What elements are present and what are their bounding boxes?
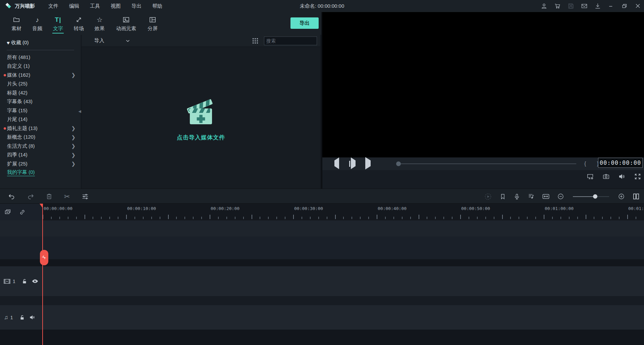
cart-icon[interactable] — [554, 3, 561, 9]
mute-speaker-icon[interactable] — [29, 314, 36, 321]
video-track-number: 1 — [13, 279, 15, 284]
audio-track-lane[interactable] — [0, 305, 644, 330]
fullscreen-icon[interactable] — [634, 173, 641, 180]
sidebar-item-custom[interactable]: 自定义 (1) — [0, 62, 81, 71]
preview-viewport[interactable] — [322, 12, 644, 157]
tab-media[interactable]: 素材 — [6, 12, 27, 35]
tab-elements[interactable]: 动画元素 — [110, 12, 142, 35]
sidebar-item-all[interactable]: 所有 (481) — [0, 53, 81, 62]
timeline-zoom-slider[interactable] — [573, 196, 609, 197]
account-icon[interactable] — [541, 3, 547, 9]
sidebar-item-wedding[interactable]: 婚礼主题 (13) ❯ — [0, 124, 81, 133]
menu-edit[interactable]: 编辑 — [69, 3, 79, 9]
add-track-button[interactable] — [4, 208, 11, 216]
mark-in-button[interactable]: { — [584, 161, 591, 166]
menu-export[interactable]: 导出 — [131, 3, 142, 9]
ruler-label: 00:00:00:00 — [44, 206, 72, 211]
lock-track-icon[interactable] — [21, 278, 28, 284]
split-scissors-button[interactable]: ✂ — [64, 193, 70, 201]
sidebar-item-titles[interactable]: 标题 (42) — [0, 88, 81, 97]
image-icon — [122, 15, 130, 23]
new-dot — [4, 127, 6, 130]
timeline-area: 00:00:00:00 00:00:10:00 00:00:20:00 00:0… — [0, 204, 644, 345]
timeline-empty-band-2[interactable] — [0, 236, 644, 259]
music-note-icon: ♪ — [36, 15, 39, 23]
link-clips-button[interactable] — [19, 209, 26, 216]
playhead-scissors-handle[interactable]: ✂ — [40, 250, 48, 265]
sidebar-item-endcredits[interactable]: 片尾 (14) — [0, 115, 81, 124]
menu-help[interactable]: 帮助 — [152, 3, 162, 9]
tab-audio[interactable]: ♪ 音频 — [27, 12, 48, 35]
timeline-gap — [0, 259, 644, 266]
favorites-item[interactable]: ♥ 收藏 (0) — [0, 35, 81, 49]
redo-button[interactable] — [27, 193, 34, 200]
sidebar-item-newconcept[interactable]: 新概念 (120) ❯ — [0, 133, 81, 142]
restore-button[interactable] — [621, 3, 628, 9]
close-button[interactable] — [635, 3, 641, 9]
display-settings-icon[interactable] — [587, 173, 594, 180]
track-manager-button[interactable] — [632, 193, 640, 200]
import-media-dropzone[interactable]: 点击导入媒体文件 — [82, 47, 320, 189]
chevron-right-icon: ❯ — [71, 72, 75, 78]
seek-knob[interactable] — [396, 161, 401, 166]
sidebar-collapse-arrow[interactable]: ◀ — [78, 109, 81, 114]
preview-seek-slider[interactable] — [397, 163, 576, 164]
timeline-empty-band[interactable] — [0, 220, 644, 236]
save-icon[interactable] — [568, 3, 574, 9]
zoom-in-button[interactable] — [618, 193, 625, 200]
download-icon[interactable] — [594, 3, 601, 9]
fit-timeline-button[interactable] — [542, 193, 550, 200]
playhead-line[interactable] — [42, 204, 43, 345]
minimize-button[interactable] — [608, 3, 614, 9]
marker-button[interactable] — [499, 193, 506, 200]
next-frame-button[interactable] — [348, 160, 356, 167]
sidebar-item-extensions[interactable]: 扩展 (25) ❯ — [0, 159, 81, 168]
chevron-right-icon: ❯ — [71, 152, 75, 158]
eye-visibility-icon[interactable] — [32, 279, 39, 284]
snapshot-camera-icon[interactable] — [602, 173, 610, 180]
menu-view[interactable]: 视图 — [111, 3, 121, 9]
volume-icon[interactable] — [618, 173, 626, 180]
menu-tools[interactable]: 工具 — [90, 3, 100, 9]
tab-text[interactable]: T| 文字 — [48, 12, 68, 35]
lock-track-icon[interactable] — [19, 315, 25, 321]
delete-button[interactable] — [46, 193, 53, 200]
zoom-out-button[interactable] — [557, 193, 564, 200]
timeline-header-cell — [0, 204, 43, 220]
play-button[interactable] — [365, 160, 373, 167]
menu-file[interactable]: 文件 — [48, 3, 58, 9]
export-button[interactable]: 导出 — [290, 17, 319, 29]
adjust-button[interactable] — [82, 193, 89, 200]
tab-effects[interactable]: ☆ 效果 — [89, 12, 110, 35]
zoom-slider-knob[interactable] — [593, 194, 597, 199]
ruler-label: 00:00:30:00 — [294, 206, 323, 211]
tab-splitscreen[interactable]: 分屏 — [142, 12, 163, 35]
sidebar-item-lowerthirds[interactable]: 字幕条 (43) — [0, 97, 81, 107]
playhead-top-marker[interactable] — [40, 204, 43, 208]
previous-frame-button[interactable] — [332, 160, 339, 167]
import-dropdown[interactable]: 导入 — [82, 38, 130, 44]
sidebar-item-subtitles[interactable]: 字幕 (15) — [0, 106, 81, 115]
timecode-display: 00:00:00:00 — [598, 158, 643, 168]
media-panel: 导入 — [82, 35, 320, 189]
voiceover-mic-button[interactable] — [514, 193, 520, 200]
sidebar-item-openers[interactable]: 片头 (25) — [0, 80, 81, 89]
feedback-mail-icon[interactable] — [581, 3, 588, 9]
stop-button[interactable] — [382, 160, 389, 167]
grid-view-icon[interactable] — [252, 38, 258, 44]
sidebar-item-lifestyle[interactable]: 生活方式 (8) ❯ — [0, 142, 81, 151]
video-track-lane[interactable] — [0, 266, 644, 296]
audio-mixer-button[interactable] — [528, 193, 535, 200]
chevron-down-icon — [126, 40, 130, 42]
transport-bar: { } 00:00:00:00 — [322, 157, 644, 170]
tab-transition[interactable]: 转场 — [68, 12, 89, 35]
ruler-label: 00:00:40:00 — [378, 206, 407, 211]
sidebar-item-media[interactable]: 媒体 (162) ❯ — [0, 71, 81, 80]
timeline-ruler[interactable]: 00:00:00:00 00:00:10:00 00:00:20:00 00:0… — [43, 204, 644, 220]
search-input[interactable] — [264, 38, 329, 44]
undo-button[interactable] — [8, 193, 15, 200]
sidebar-item-mysubtitles[interactable]: 我的字幕 (0) — [0, 168, 81, 178]
render-preview-button[interactable] — [484, 193, 492, 201]
sidebar-item-seasons[interactable]: 四季 (14) ❯ — [0, 151, 81, 160]
new-dot — [4, 74, 6, 76]
